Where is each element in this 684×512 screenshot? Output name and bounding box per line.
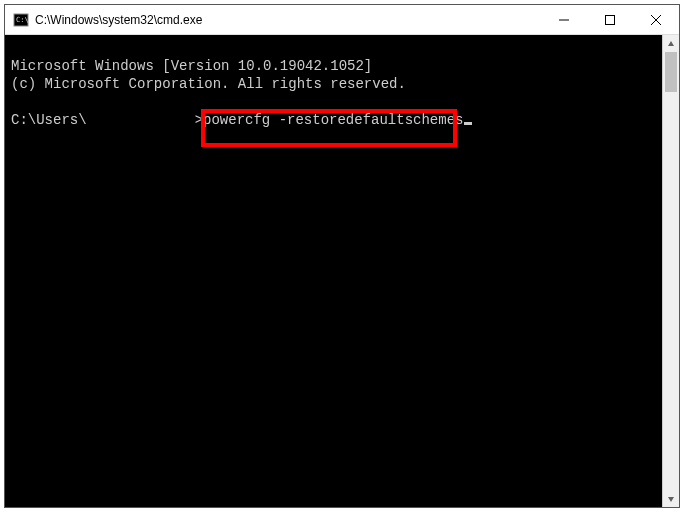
os-version-line: Microsoft Windows [Version 10.0.19042.10… <box>11 58 372 74</box>
cmd-icon: C:\ <box>13 12 29 28</box>
svg-marker-7 <box>668 497 674 502</box>
prompt-line: C:\Users\>powercfg -restoredefaultscheme… <box>11 112 472 128</box>
maximize-button[interactable] <box>587 5 633 34</box>
svg-text:C:\: C:\ <box>16 16 29 24</box>
vertical-scrollbar[interactable] <box>662 35 679 507</box>
text-cursor <box>464 122 472 125</box>
redacted-username <box>87 113 195 127</box>
copyright-line: (c) Microsoft Corporation. All rights re… <box>11 76 406 92</box>
cmd-window: C:\ C:\Windows\system32\cmd.exe Microsof… <box>4 4 680 508</box>
window-controls <box>541 5 679 34</box>
client-area: Microsoft Windows [Version 10.0.19042.10… <box>5 35 679 507</box>
typed-command: powercfg -restoredefaultschemes <box>203 112 463 128</box>
svg-marker-6 <box>668 41 674 46</box>
scroll-down-button[interactable] <box>663 490 679 507</box>
svg-rect-3 <box>606 15 615 24</box>
scrollbar-track[interactable] <box>663 52 679 490</box>
scroll-up-button[interactable] <box>663 35 679 52</box>
prompt-suffix: > <box>195 112 203 128</box>
prompt-prefix: C:\Users\ <box>11 112 87 128</box>
scrollbar-thumb[interactable] <box>665 52 677 92</box>
console-output[interactable]: Microsoft Windows [Version 10.0.19042.10… <box>5 35 662 507</box>
window-title: C:\Windows\system32\cmd.exe <box>35 13 541 27</box>
close-button[interactable] <box>633 5 679 34</box>
minimize-button[interactable] <box>541 5 587 34</box>
titlebar[interactable]: C:\ C:\Windows\system32\cmd.exe <box>5 5 679 35</box>
